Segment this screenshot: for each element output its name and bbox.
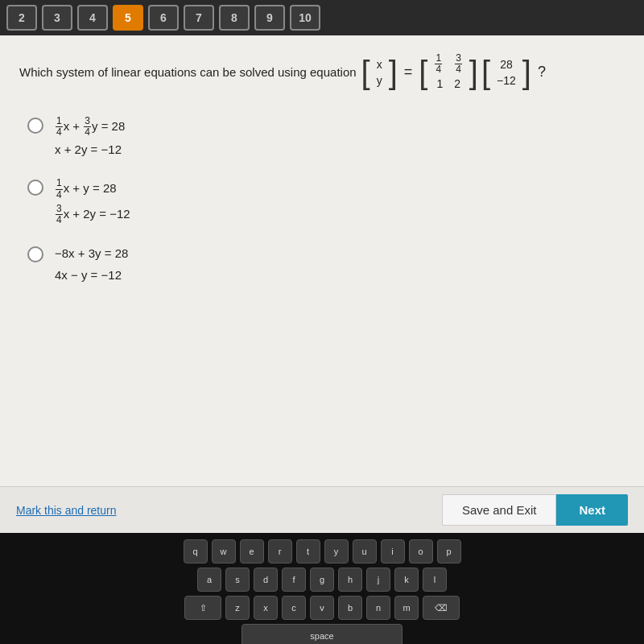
option-b-line2: 34x + 2y = −12 <box>55 204 130 225</box>
result-neg12: −12 <box>497 73 516 88</box>
result-vector: 28 −12 <box>493 56 519 89</box>
key-r[interactable]: r <box>268 539 292 564</box>
tab-3[interactable]: 3 <box>42 5 72 31</box>
tab-8[interactable]: 8 <box>219 5 250 31</box>
keyboard-row-2: a s d f g h j k l <box>8 568 636 592</box>
question-mark: ? <box>538 60 546 84</box>
key-shift[interactable]: ⇧ <box>184 596 221 620</box>
tab-5[interactable]: 5 <box>113 5 143 31</box>
key-a[interactable]: a <box>197 568 221 592</box>
tab-2[interactable]: 2 <box>6 5 37 31</box>
right-bracket-1: ] <box>389 56 398 89</box>
key-k[interactable]: k <box>394 568 419 592</box>
key-space[interactable]: space <box>242 624 402 644</box>
radio-a[interactable] <box>27 118 43 134</box>
tab-7[interactable]: 7 <box>184 5 214 31</box>
right-bracket-3: ] <box>522 56 531 89</box>
option-a-line2: x + 2y = −12 <box>55 141 125 159</box>
next-button[interactable]: Next <box>556 494 628 526</box>
key-l[interactable]: l <box>423 568 447 592</box>
tab-4[interactable]: 4 <box>77 5 108 31</box>
left-bracket-1: [ <box>361 56 370 89</box>
save-exit-button[interactable]: Save and Exit <box>442 494 557 526</box>
option-b-text: 14x + y = 28 34x + 2y = −12 <box>55 178 130 225</box>
key-v[interactable]: v <box>310 596 334 620</box>
options-container: 14x + 34y = 28 x + 2y = −12 14x + y = 28… <box>19 116 625 285</box>
option-c-text: −8x + 3y = 28 4x − y = −12 <box>55 245 128 284</box>
key-q[interactable]: q <box>184 539 208 564</box>
cell-12: 34 <box>454 53 463 75</box>
cell-11: 14 <box>434 53 443 75</box>
bottom-bar: Mark this and return Save and Exit Next <box>0 486 644 533</box>
key-backspace[interactable]: ⌫ <box>423 596 460 620</box>
question-header: Which system of linear equations can be … <box>19 52 625 93</box>
radio-c[interactable] <box>27 246 43 262</box>
matrix-equation: [ x y ] = [ 14 34 1 2 <box>361 52 546 93</box>
option-a-text: 14x + 34y = 28 x + 2y = −12 <box>55 116 125 159</box>
mark-return-link[interactable]: Mark this and return <box>16 504 117 517</box>
result-28: 28 <box>500 57 513 72</box>
option-a: 14x + 34y = 28 x + 2y = −12 <box>27 116 625 159</box>
key-z[interactable]: z <box>225 596 250 620</box>
keyboard-row-4: space <box>8 624 636 644</box>
key-o[interactable]: o <box>409 539 433 564</box>
key-i[interactable]: i <box>381 539 405 564</box>
equals: = <box>404 60 413 84</box>
tab-9[interactable]: 9 <box>254 5 285 31</box>
xy-vector: x y <box>374 56 386 89</box>
key-e[interactable]: e <box>240 539 264 564</box>
key-j[interactable]: j <box>366 568 390 592</box>
option-b: 14x + y = 28 34x + 2y = −12 <box>27 178 625 225</box>
cell-21: 1 <box>436 76 443 91</box>
x-cell: x <box>377 57 382 72</box>
key-y[interactable]: y <box>324 539 349 564</box>
radio-b[interactable] <box>27 180 43 196</box>
key-c[interactable]: c <box>282 596 306 620</box>
bottom-buttons: Save and Exit Next <box>442 494 628 526</box>
coeff-matrix: 14 34 1 2 <box>431 52 465 93</box>
option-c-line2: 4x − y = −12 <box>55 266 128 285</box>
key-b[interactable]: b <box>338 596 362 620</box>
key-m[interactable]: m <box>394 596 419 620</box>
right-bracket-2: ] <box>469 56 478 89</box>
key-w[interactable]: w <box>212 539 236 564</box>
keyboard-row-1: q w e r t y u i o p <box>8 539 636 564</box>
option-c-line1: −8x + 3y = 28 <box>55 245 128 263</box>
keyboard-area: q w e r t y u i o p a s d f g h j k l ⇧ … <box>0 533 644 644</box>
tab-bar: 2 3 4 5 6 7 8 9 10 <box>0 0 644 35</box>
option-b-line1: 14x + y = 28 <box>55 178 130 200</box>
key-u[interactable]: u <box>353 539 377 564</box>
key-x[interactable]: x <box>254 596 278 620</box>
y-cell: y <box>377 73 382 88</box>
question-text: Which system of linear equations can be … <box>19 63 357 82</box>
left-bracket-3: [ <box>481 56 490 89</box>
cell-22: 2 <box>454 76 460 91</box>
tab-10[interactable]: 10 <box>290 5 320 31</box>
quiz-area: Which system of linear equations can be … <box>0 35 644 486</box>
option-c: −8x + 3y = 28 4x − y = −12 <box>27 245 625 284</box>
key-d[interactable]: d <box>254 568 278 592</box>
key-t[interactable]: t <box>296 539 320 564</box>
key-f[interactable]: f <box>282 568 306 592</box>
keyboard-row-3: ⇧ z x c v b n m ⌫ <box>8 596 636 620</box>
key-s[interactable]: s <box>225 568 250 592</box>
left-bracket-2: [ <box>419 56 427 89</box>
option-a-line1: 14x + 34y = 28 <box>55 116 125 138</box>
key-p[interactable]: p <box>437 539 461 564</box>
key-n[interactable]: n <box>366 596 390 620</box>
tab-6[interactable]: 6 <box>148 5 179 31</box>
key-g[interactable]: g <box>310 568 334 592</box>
key-h[interactable]: h <box>338 568 362 592</box>
